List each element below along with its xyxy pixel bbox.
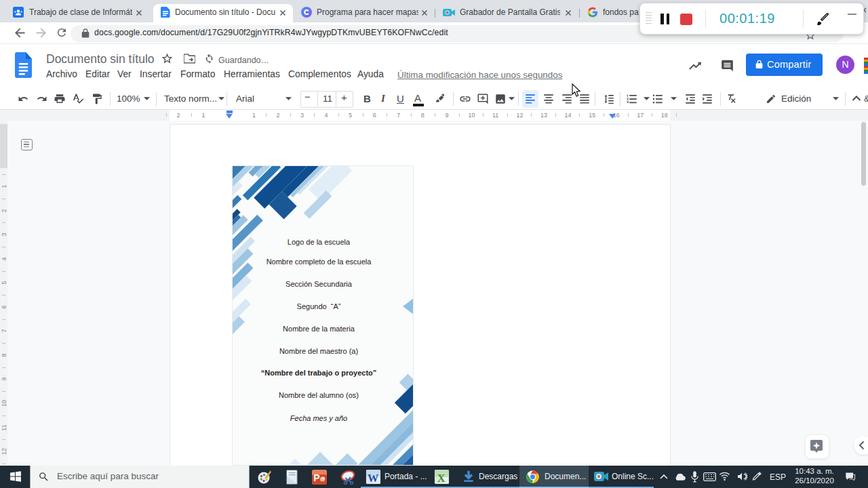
svg-text:P: P	[313, 472, 319, 483]
svg-text:X: X	[437, 472, 446, 485]
svg-text:W: W	[368, 472, 379, 485]
